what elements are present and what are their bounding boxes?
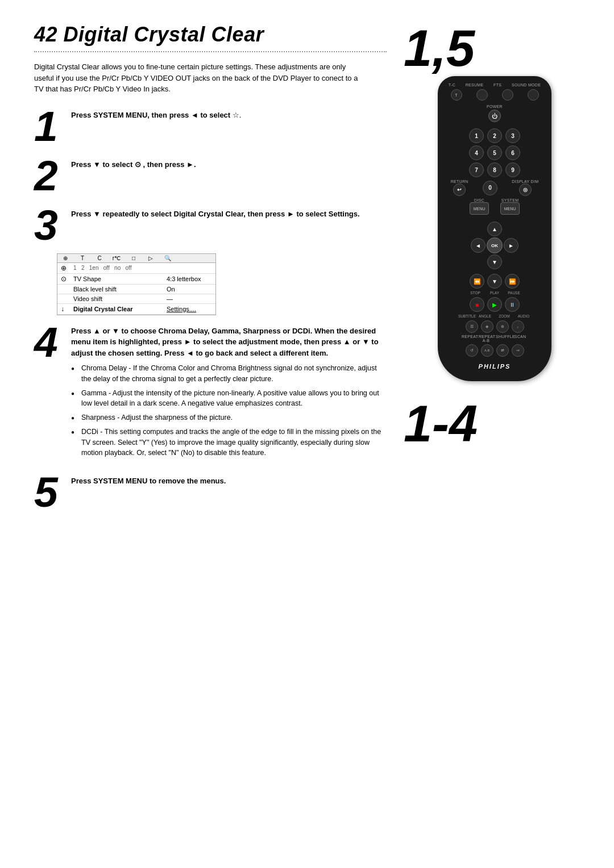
nav-ok[interactable]: OK: [487, 237, 503, 253]
btn-play[interactable]: ▶: [487, 297, 502, 312]
left-column: 42 Digital Crystal Clear Digital Crystal…: [34, 23, 404, 845]
row-value-videoshift: —: [167, 295, 212, 302]
header-search: 🔍: [162, 255, 173, 261]
remote-control: T-C RESUME FTS SOUND MODE T POWER: [438, 76, 551, 381]
btn-9[interactable]: 9: [505, 162, 520, 177]
label-subtitle: SUBTITLE: [458, 314, 473, 318]
menu-table: ⊕ T C r℃ □ ▷ 🔍 ⊕ 1 2 1en off no off ⊙ TV…: [57, 253, 216, 315]
bullet-sharpness: Sharpness - Adjust the sharpness of the …: [71, 412, 387, 423]
bullet-gamma: Gamma - Adjust the intensity of the pict…: [71, 388, 387, 410]
label-tc: T-C: [449, 83, 455, 87]
remote-control-wrapper: T-C RESUME FTS SOUND MODE T POWER: [438, 76, 551, 381]
remote-top-btns: T: [443, 89, 546, 101]
btn-4[interactable]: 4: [469, 145, 484, 160]
row-icon: ⊕: [61, 264, 73, 272]
nav-left[interactable]: ◄: [471, 238, 486, 253]
header-icon: ⊕: [60, 255, 71, 261]
menu-row-dcc: ↓ Digital Crystal Clear Settings....: [57, 304, 215, 315]
btn-2[interactable]: 2: [487, 128, 502, 143]
menu-row-tvshape: ⊙ TV Shape 4:3 letterbox: [57, 274, 215, 285]
label-disc: DISC: [474, 198, 484, 202]
menu-table-header: ⊕ T C r℃ □ ▷ 🔍: [57, 254, 215, 263]
label-pause: PAUSE: [507, 291, 521, 295]
subtitle-btns: ☰ ◈ ⊕ ♪: [466, 320, 524, 333]
label-soundmode: SOUND MODE: [512, 83, 541, 87]
row-icon-tv: ⊙: [61, 275, 73, 283]
nav-right[interactable]: ►: [504, 238, 518, 253]
step-3-text: Press ▼ repeatedly to select Digital Cry…: [71, 208, 387, 220]
label-angle: ANGLE: [478, 314, 492, 318]
nav-down[interactable]: ▼: [487, 254, 502, 269]
header-play: ▷: [145, 255, 156, 261]
btn-disc[interactable]: MENU: [470, 202, 489, 215]
btn-1[interactable]: 1: [469, 128, 484, 143]
label-repeat: REPEAT: [462, 335, 476, 343]
label-resume: RESUME: [466, 83, 484, 87]
transport-labels: STOP PLAY PAUSE: [468, 291, 521, 295]
row-value-tvshape: 4:3 letterbox: [167, 276, 212, 282]
step-4-number: 4: [34, 321, 65, 364]
row-label-dcc: Digital Crystal Clear: [73, 306, 167, 312]
step-1: 1 Press SYSTEM MENU, then press ◄ to sel…: [34, 105, 387, 148]
btn-audio[interactable]: ♪: [512, 320, 524, 333]
menu-table-row-values: ⊕ 1 2 1en off no off: [57, 263, 215, 274]
btn-soundmode[interactable]: [528, 89, 539, 101]
btn-3[interactable]: 3: [505, 128, 520, 143]
btn-zoom[interactable]: ⊕: [496, 320, 509, 333]
repeat-btns: ↺ A-B ⇌ ⇒: [466, 344, 524, 357]
number-row-3: 7 8 9: [443, 162, 546, 177]
step-1-text: Press SYSTEM MENU, then press ◄ to selec…: [71, 110, 387, 121]
header-t: T: [77, 255, 88, 261]
btn-return[interactable]: ↩: [453, 183, 466, 196]
philips-logo: PHILIPS: [479, 363, 511, 370]
step-2-content: Press ▼ to select ⊙ , then press ►.: [71, 155, 387, 174]
label-system: SYSTEM: [501, 198, 519, 202]
right-column: 1,5 T-C RESUME FTS SOUND MODE T: [404, 23, 586, 845]
nav-up[interactable]: ▲: [487, 222, 502, 236]
btn-pause[interactable]: ⏸: [505, 297, 520, 312]
header-c: C: [94, 255, 105, 261]
subtitle-labels: SUBTITLE ANGLE ZOOM AUDIO: [458, 314, 531, 318]
step-5-number: 5: [34, 471, 65, 514]
step-2-number: 2: [34, 155, 65, 197]
label-return: RETURN: [451, 180, 468, 183]
menu-row-videoshift: Video shift —: [57, 294, 215, 304]
power-label: POWER: [487, 105, 503, 108]
step-4-text: Press ▲ or ▼ to choose Chroma Delay, Gam…: [71, 326, 387, 359]
header-box: □: [128, 255, 139, 261]
btn-0[interactable]: 0: [483, 181, 497, 195]
label-zoom: ZOOM: [497, 314, 512, 318]
btn-subtitle[interactable]: ☰: [466, 320, 478, 333]
btn-shuffle[interactable]: ⇌: [496, 344, 509, 357]
bullet-dcdi: DCDi - This setting computes and tracks …: [71, 427, 387, 458]
btn-displaydim[interactable]: ◎: [519, 183, 532, 196]
power-button[interactable]: [488, 110, 501, 122]
btn-fts[interactable]: [502, 89, 513, 101]
btn-down-nav[interactable]: ▼: [487, 274, 502, 289]
step-5: 5 Press SYSTEM MENU to remove the menus.: [34, 471, 387, 514]
bullet-chroma: Chroma Delay - If the Chroma Color and C…: [71, 363, 387, 385]
btn-repeat-ab[interactable]: A-B: [481, 344, 493, 357]
btn-fastforward[interactable]: ⏩: [505, 274, 520, 289]
label-scan: SCAN: [513, 335, 528, 343]
btn-angle[interactable]: ◈: [481, 320, 493, 333]
step-1-number: 1: [34, 105, 65, 148]
number-row-1: 1 2 3: [443, 128, 546, 143]
btn-scan[interactable]: ⇒: [512, 344, 524, 357]
header-rc: r℃: [111, 255, 122, 261]
btn-resume[interactable]: [476, 89, 488, 101]
btn-repeat[interactable]: ↺: [466, 344, 478, 357]
btn-7[interactable]: 7: [469, 162, 484, 177]
row-value-dcc: Settings....: [167, 306, 212, 312]
btn-stop[interactable]: ■: [470, 297, 484, 312]
btn-tc[interactable]: T: [451, 89, 462, 101]
btn-8[interactable]: 8: [487, 162, 502, 177]
btn-system[interactable]: MENU: [500, 202, 520, 215]
nav-cluster: ▲ ▼ ◄ ► OK: [470, 220, 520, 270]
label-play: PLAY: [487, 291, 502, 295]
row-label-tvshape: TV Shape: [73, 276, 167, 282]
btn-6[interactable]: 6: [505, 145, 520, 160]
btn-5[interactable]: 5: [487, 145, 502, 160]
btn-rewind[interactable]: ⏪: [470, 274, 484, 289]
label-audio: AUDIO: [516, 314, 531, 318]
